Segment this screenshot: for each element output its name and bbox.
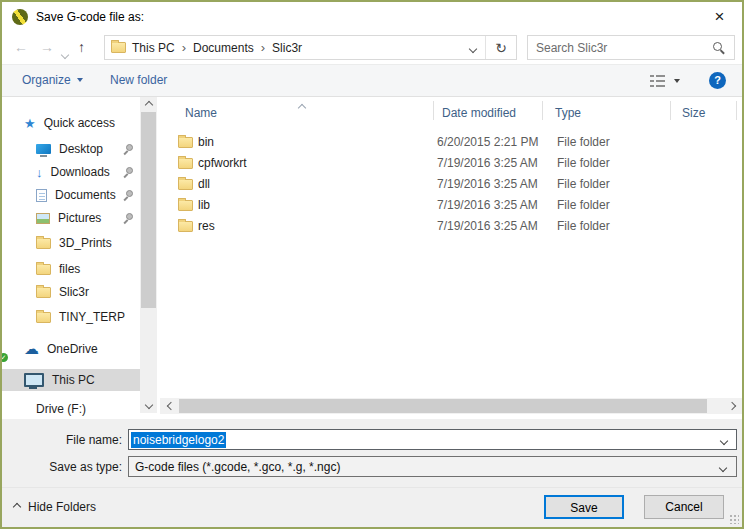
details-view-icon: [650, 75, 665, 87]
sidebar-item-quick-access[interactable]: ★ Quick access: [2, 112, 140, 134]
view-options-button[interactable]: [650, 74, 680, 88]
file-type: File folder: [557, 219, 610, 233]
file-row-cpfworkrt[interactable]: cpfworkrt 7/19/2016 3:25 AM File folder: [160, 153, 736, 174]
breadcrumb-this-pc[interactable]: This PC: [126, 41, 181, 55]
file-name: cpfworkrt: [198, 156, 247, 170]
sidebar-item-downloads[interactable]: ↓ Downloads: [2, 161, 140, 183]
file-row-lib[interactable]: lib 7/19/2016 3:25 AM File folder: [160, 195, 736, 216]
save-button[interactable]: Save: [544, 495, 624, 519]
this-pc-icon: [24, 373, 44, 387]
search-box: [527, 35, 735, 60]
back-arrow-icon[interactable]: ←: [14, 39, 28, 55]
file-name-input[interactable]: noisebridgelogo2: [128, 429, 737, 450]
file-row-res[interactable]: res 7/19/2016 3:25 AM File folder: [160, 216, 736, 237]
column-header-name[interactable]: Name: [185, 106, 217, 120]
scroll-down-icon[interactable]: [140, 397, 157, 413]
onedrive-icon: ☁: [24, 342, 39, 356]
column-headers: Name Date modified Type Size: [160, 97, 742, 127]
folder-icon: [178, 137, 193, 148]
sidebar-scrollbar[interactable]: [140, 97, 157, 413]
file-name: bin: [198, 135, 214, 149]
new-folder-button[interactable]: New folder: [110, 65, 167, 96]
refresh-icon[interactable]: ↻: [486, 40, 516, 56]
sidebar-item-slic3r[interactable]: Slic3r: [2, 281, 140, 303]
sidebar-item-onedrive[interactable]: ☁ ✓ OneDrive: [2, 338, 140, 360]
sidebar-item-label: 3D_Prints: [59, 236, 112, 250]
recent-locations-chevron-icon[interactable]: [62, 45, 68, 61]
pin-icon: [123, 144, 134, 155]
up-arrow-icon[interactable]: ↑: [78, 39, 85, 55]
resize-grip[interactable]: [728, 513, 739, 524]
folder-icon: [111, 42, 126, 53]
file-name-label: File name:: [2, 433, 122, 447]
file-list: Name Date modified Type Size bin 6/20/20…: [160, 97, 742, 419]
breadcrumb-slic3r[interactable]: Slic3r: [266, 41, 308, 55]
folder-icon: [178, 221, 193, 232]
file-name: dll: [198, 177, 210, 191]
save-as-type-chevron-icon: [720, 460, 726, 474]
sidebar-item-label: Drive (F:): [36, 402, 86, 416]
search-input[interactable]: [534, 38, 708, 58]
file-row-dll[interactable]: dll 7/19/2016 3:25 AM File folder: [160, 174, 736, 195]
sidebar-item-label: Desktop: [59, 142, 103, 156]
file-name: lib: [198, 198, 210, 212]
scroll-right-icon[interactable]: [723, 398, 740, 414]
desktop-icon: [36, 144, 51, 154]
pin-icon: [123, 190, 134, 201]
sidebar-item-documents[interactable]: Documents: [2, 184, 140, 206]
sidebar-item-label: Downloads: [51, 165, 110, 179]
address-bar[interactable]: This PC › Documents › Slic3r ↻: [104, 35, 517, 60]
column-divider[interactable]: [433, 101, 434, 120]
hide-folders-label: Hide Folders: [28, 500, 96, 514]
file-date: 6/20/2015 2:21 PM: [437, 135, 538, 149]
column-divider[interactable]: [670, 101, 671, 120]
navigation-pane: ★ Quick access Desktop ↓ Downloads Docum…: [2, 97, 160, 419]
save-as-type-label: Save as type:: [2, 460, 122, 474]
folder-icon: [36, 238, 51, 249]
forward-arrow-icon[interactable]: →: [40, 39, 54, 55]
sidebar-item-tiny-terp[interactable]: TINY_TERP: [2, 306, 140, 328]
sidebar-item-this-pc[interactable]: This PC: [2, 369, 140, 391]
pin-icon: [123, 213, 134, 224]
scrollbar-thumb[interactable]: [179, 399, 707, 413]
hide-folders-button[interactable]: Hide Folders: [14, 500, 96, 514]
sidebar-item-files[interactable]: files: [2, 258, 140, 280]
sidebar-item-desktop[interactable]: Desktop: [2, 138, 140, 160]
folder-icon: [36, 312, 51, 323]
folder-icon: [178, 158, 193, 169]
command-toolbar: Organize New folder ?: [2, 64, 742, 97]
sidebar-item-label: Slic3r: [59, 285, 89, 299]
search-icon[interactable]: [713, 42, 722, 51]
address-dropdown-chevron-icon[interactable]: [461, 41, 485, 55]
scroll-left-icon[interactable]: [162, 398, 179, 414]
organize-button[interactable]: Organize: [22, 65, 83, 96]
file-name: res: [198, 219, 215, 233]
sidebar-item-pictures[interactable]: Pictures: [2, 207, 140, 229]
sidebar-item-3d-prints[interactable]: 3D_Prints: [2, 232, 140, 254]
column-divider[interactable]: [542, 101, 543, 120]
dropdown-triangle-icon: [77, 78, 83, 82]
view-dropdown-triangle-icon: [674, 79, 680, 83]
close-icon[interactable]: ×: [697, 2, 742, 31]
column-header-type[interactable]: Type: [555, 106, 581, 120]
scroll-up-icon[interactable]: [140, 97, 157, 113]
file-name-value: noisebridgelogo2: [131, 432, 226, 448]
cancel-button[interactable]: Cancel: [644, 495, 724, 519]
file-row-bin[interactable]: bin 6/20/2015 2:21 PM File folder: [160, 132, 736, 153]
sidebar-item-drive-f[interactable]: Drive (F:): [2, 398, 140, 419]
help-icon[interactable]: ?: [709, 72, 726, 89]
column-header-size[interactable]: Size: [682, 106, 705, 120]
downloads-icon: ↓: [36, 165, 43, 180]
sidebar-item-label: Pictures: [58, 211, 101, 225]
dialog-footer: Hide Folders Save Cancel: [2, 487, 742, 527]
save-as-type-select[interactable]: G-code files (*.gcode, *.gco, *.g, *.ngc…: [128, 456, 737, 477]
horizontal-scrollbar[interactable]: [160, 398, 742, 414]
file-name-dropdown-chevron-icon[interactable]: [721, 433, 727, 447]
breadcrumb-documents[interactable]: Documents: [187, 41, 260, 55]
file-type: File folder: [557, 177, 610, 191]
scrollbar-thumb[interactable]: [141, 112, 156, 308]
column-header-date-modified[interactable]: Date modified: [442, 106, 516, 120]
column-divider[interactable]: [736, 101, 737, 120]
save-as-dialog: Save G-code file as: × ← → ↑ This PC › D…: [0, 0, 744, 529]
quick-access-star-icon: ★: [24, 116, 36, 131]
